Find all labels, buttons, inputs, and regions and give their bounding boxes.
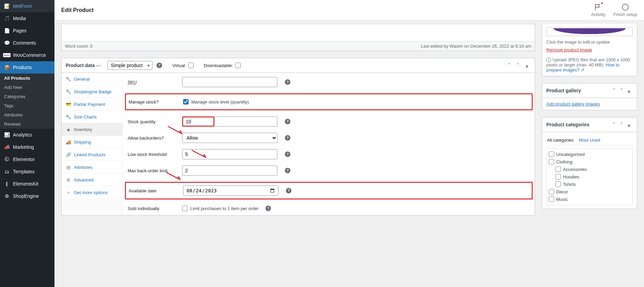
tab-linked-products[interactable]: 🔗Linked Products xyxy=(62,148,123,161)
templates-icon: 🗂 xyxy=(3,168,10,175)
caret-up-icon[interactable]: ▴ xyxy=(523,62,531,69)
truck-icon: 🚚 xyxy=(66,139,71,145)
editor-body[interactable] xyxy=(62,24,535,41)
sold-individually-text: Limit purchases to 1 item per order xyxy=(190,206,259,211)
tab-shipping[interactable]: 🚚Shipping xyxy=(62,136,123,148)
available-date-input[interactable] xyxy=(183,186,278,196)
caret-up-icon[interactable]: ▴ xyxy=(625,87,633,94)
sidebar-label: Comments xyxy=(13,40,36,46)
sidebar-label: Products xyxy=(13,65,32,70)
downloadable-checkbox[interactable] xyxy=(235,63,241,68)
sidebar-item-elementskit[interactable]: ⟪ElementsKit xyxy=(0,178,54,190)
help-icon[interactable]: ? xyxy=(285,152,290,157)
sidebar-item-metform[interactable]: 📝MetForm xyxy=(0,0,54,12)
caret-up-icon[interactable]: ▴ xyxy=(625,121,633,128)
submenu-reviews[interactable]: Reviews xyxy=(0,119,54,129)
submenu-add-new[interactable]: Add New xyxy=(0,83,54,92)
help-icon[interactable]: ? xyxy=(285,168,290,173)
submenu-all-products[interactable]: All Products xyxy=(0,74,54,83)
stock-qty-input[interactable] xyxy=(182,116,214,127)
help-icon[interactable]: ? xyxy=(285,119,290,124)
max-backorder-input[interactable] xyxy=(182,165,277,176)
sidebar-item-analytics[interactable]: 📊Analytics xyxy=(0,129,54,141)
chevron-down-icon[interactable]: ˅ xyxy=(514,62,522,69)
gallery-title: Product gallery xyxy=(546,88,610,93)
submenu-categories[interactable]: Categories xyxy=(0,92,54,101)
tab-general[interactable]: 🔧General xyxy=(62,73,123,85)
sidebar-item-media[interactable]: 🎵Media xyxy=(0,12,54,25)
tab-more-options[interactable]: ＋Get more options xyxy=(62,186,123,198)
cat-checkbox[interactable] xyxy=(549,159,554,164)
sidebar-label: ShopEngine xyxy=(13,193,39,199)
help-icon[interactable]: ? xyxy=(285,79,290,85)
sidebar-item-pages[interactable]: 📄Pages xyxy=(0,25,54,37)
virtual-checkbox[interactable] xyxy=(188,63,194,68)
cat-checkbox[interactable] xyxy=(549,196,554,202)
cat-checkbox[interactable] xyxy=(556,166,561,172)
cat-item-accessories[interactable]: Accessories xyxy=(549,165,630,173)
product-gallery-metabox: Product gallery ˄ ˅ ▴ Add product galler… xyxy=(542,83,637,110)
finish-setup-button[interactable]: Finish setup xyxy=(613,3,637,17)
submenu-tags[interactable]: Tags xyxy=(0,101,54,110)
chevron-down-icon[interactable]: ˅ xyxy=(618,121,625,128)
help-icon[interactable]: ? xyxy=(157,63,162,68)
sold-individually-row: Sold individually Limit purchases to 1 i… xyxy=(128,206,530,211)
product-image-preview[interactable] xyxy=(546,27,633,36)
sidebar-item-templates[interactable]: 🗂Templates xyxy=(0,165,54,178)
cat-item-tshirts[interactable]: Tshirts xyxy=(549,180,630,188)
backorder-row: Allow backorders? Allow ? xyxy=(128,133,530,143)
max-backorder-row: Max back-order limit ? xyxy=(128,165,530,176)
chevron-up-icon[interactable]: ˄ xyxy=(505,62,513,69)
cat-item-music[interactable]: Music xyxy=(549,195,630,203)
tab-size-charts[interactable]: 🔧Size Charts xyxy=(62,111,123,123)
sidebar-label: Media xyxy=(13,16,26,21)
cat-checkbox[interactable] xyxy=(549,152,554,157)
sidebar-item-products[interactable]: 📦Products xyxy=(0,61,54,74)
backorder-select[interactable]: Allow xyxy=(182,133,277,143)
sku-input[interactable] xyxy=(182,77,277,87)
remove-image-link[interactable]: Remove product image xyxy=(546,47,592,52)
help-icon[interactable]: ? xyxy=(286,188,291,193)
submenu-attributes[interactable]: Attributes xyxy=(0,110,54,119)
product-image-body: Click the image to edit or update Remove… xyxy=(542,24,637,76)
cat-item-clothing[interactable]: Clothing xyxy=(549,158,630,165)
cat-item-decor[interactable]: Decor xyxy=(549,188,630,195)
chevron-up-icon[interactable]: ˄ xyxy=(610,121,618,128)
sku-label: SKU xyxy=(128,80,182,85)
sidebar-item-woocommerce[interactable]: wooWooCommerce xyxy=(0,49,54,61)
sidebar-item-shopengine[interactable]: ⚙ShopEngine xyxy=(0,190,54,202)
cat-tab-mostused[interactable]: Most Used xyxy=(578,135,601,145)
admin-sidebar: 📝MetForm 🎵Media 📄Pages 💬Comments wooWooC… xyxy=(0,0,54,229)
cat-item-uncategorized[interactable]: Uncategorized xyxy=(549,150,630,158)
activity-button[interactable]: Activity xyxy=(591,3,605,17)
sidebar-label: ElementsKit xyxy=(13,181,38,187)
help-icon[interactable]: ? xyxy=(265,206,271,211)
manage-stock-checkbox[interactable] xyxy=(183,99,189,105)
cat-tab-all[interactable]: All categories xyxy=(546,135,574,145)
help-icon[interactable]: ? xyxy=(285,135,290,141)
cat-checkbox[interactable] xyxy=(549,189,554,194)
category-list[interactable]: Uncategorized Clothing Accessories Hoodi… xyxy=(546,148,633,205)
chevron-down-icon[interactable]: ˅ xyxy=(618,87,625,94)
product-categories-metabox: Product categories ˄ ˅ ▴ All categories … xyxy=(542,117,637,209)
tab-advanced[interactable]: ⚙Advanced xyxy=(62,174,123,186)
stock-qty-input-ext[interactable] xyxy=(214,116,277,127)
sidebar-item-elementor[interactable]: ⒺElementor xyxy=(0,153,54,165)
cat-checkbox[interactable] xyxy=(556,181,561,187)
categories-title: Product categories xyxy=(546,122,610,127)
elementor-icon: Ⓔ xyxy=(3,156,10,163)
chevron-up-icon[interactable]: ˄ xyxy=(610,87,618,94)
downloadable-checkbox-wrap: Downloadable: xyxy=(204,63,241,68)
sold-individually-checkbox[interactable] xyxy=(182,206,188,211)
sidebar-item-comments[interactable]: 💬Comments xyxy=(0,37,54,49)
tab-attributes[interactable]: ▤Attributes xyxy=(62,161,123,174)
cat-checkbox[interactable] xyxy=(556,174,561,179)
manage-stock-text: Manage stock level (quantity) xyxy=(191,99,249,105)
cat-item-hoodies[interactable]: Hoodies xyxy=(549,173,630,180)
product-type-select[interactable]: Simple product xyxy=(108,61,152,70)
tab-inventory[interactable]: ◈Inventory xyxy=(62,123,123,136)
add-gallery-link[interactable]: Add product gallery images xyxy=(546,101,600,107)
tab-shopengine-badge[interactable]: 🔧Shopengine Badge xyxy=(62,85,123,98)
tab-partial-payment[interactable]: 💳Partial Payment xyxy=(62,98,123,111)
sidebar-item-marketing[interactable]: 📣Marketing xyxy=(0,141,54,153)
